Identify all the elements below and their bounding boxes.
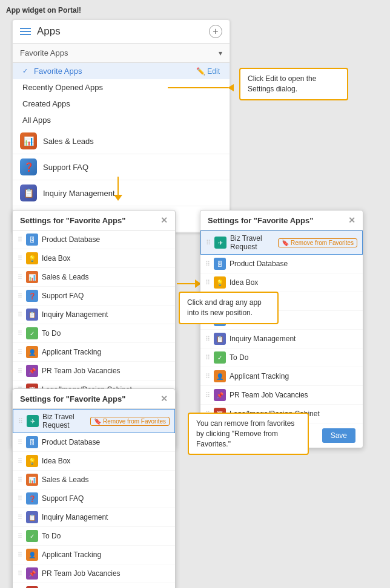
settings-row-db[interactable]: ⠿ 🗄 Product Database: [200, 255, 363, 273]
todo-icon: ✓: [26, 530, 38, 542]
biz-icon: ✈: [214, 237, 226, 249]
row-label: Support FAQ: [42, 292, 84, 300]
settings-row-db[interactable]: ⠿ 🗄 Product Database: [13, 433, 175, 452]
settings-row-idea[interactable]: ⠿ 💡 Idea Box: [13, 452, 175, 471]
drag-handle-icon: ⠿: [18, 330, 22, 338]
drag-handle-icon: ⠿: [205, 279, 210, 287]
drag-handle-icon: ⠿: [18, 570, 22, 578]
applicant-icon: 👤: [26, 346, 38, 358]
settings-dialog-3: Settings for "Favorite Apps" ✕ ⠿ ✈ Biz T…: [12, 388, 176, 588]
settings-row-pr[interactable]: ⠿ 📌 PR Team Job Vacancies: [13, 564, 175, 583]
sales-icon: 📊: [26, 474, 38, 486]
settings-row-db[interactable]: ⠿ 🗄 Product Database: [13, 230, 175, 249]
row-label: To Do: [230, 353, 248, 362]
menu-item-label: Recently Opened Apps: [22, 83, 103, 92]
row-label: To Do: [42, 532, 61, 540]
settings-row-idea[interactable]: ⠿ 💡 Idea Box: [13, 249, 175, 268]
menu-all-apps[interactable]: All Apps: [13, 112, 230, 128]
todo-icon: ✓: [214, 351, 226, 364]
remove-favorites-button[interactable]: 🔖 Remove from Favorites: [90, 417, 170, 426]
drag-handle-icon: ⠿: [18, 495, 22, 503]
settings-row-biz[interactable]: ⠿ ✈ Biz Travel Request 🔖 Remove from Fav…: [13, 409, 175, 433]
row-label: Inquiry Management: [42, 513, 108, 521]
settings-row-applicant[interactable]: ⠿ 👤 Applicant Tracking: [200, 367, 363, 386]
edit-button[interactable]: ✏️ Edit: [196, 67, 220, 76]
app-name: Inquiry Management: [43, 189, 115, 198]
callout-edit: Click Edit to open the Settings dialog.: [239, 68, 348, 100]
close-icon[interactable]: ✕: [160, 215, 168, 225]
row-label: Idea Box: [42, 457, 70, 465]
settings-row-inquiry[interactable]: ⠿ 📋 Inquiry Management: [13, 305, 175, 324]
row-label: Biz Travel Request: [230, 234, 274, 251]
settings-title: Settings for "Favorite Apps": [208, 216, 313, 225]
drag-handle-icon: ⠿: [205, 354, 210, 362]
remove-favorites-button[interactable]: 🔖 Remove from Favorites: [278, 238, 357, 247]
settings-title: Settings for "Favorite Apps": [20, 394, 125, 403]
settings-row-sales[interactable]: ⠿ 📊 Sales & Leads: [13, 268, 175, 287]
sales-icon: 📊: [26, 271, 38, 283]
dropdown-label: Favorite Apps: [20, 48, 68, 57]
drag-handle-icon: ⠿: [205, 335, 210, 343]
app-row-sales[interactable]: 📊 Sales & Leads: [13, 128, 230, 154]
settings-row-todo[interactable]: ⠿ ✓ To Do: [13, 527, 175, 546]
drag-handle-icon: ⠿: [18, 292, 22, 300]
settings-row-pr[interactable]: ⠿ 📌 PR Team Job Vacancies: [13, 362, 175, 381]
row-label: Sales & Leads: [42, 273, 88, 281]
drag-handle-icon: ⠿: [18, 551, 22, 559]
row-label: Product Database: [42, 235, 100, 244]
row-label: PR Team Job Vacancies: [42, 367, 121, 375]
inquiry-icon: 📋: [26, 309, 38, 321]
inquiry-icon: 📋: [20, 185, 37, 201]
drag-handle-icon: ⠿: [205, 373, 210, 381]
menu-item-label: Favorite Apps: [34, 67, 82, 76]
inquiry-icon: 📋: [26, 511, 38, 523]
settings-row-biz-top[interactable]: ⠿ ✈ Biz Travel Request 🔖 Remove from Fav…: [200, 230, 363, 255]
settings-row-todo[interactable]: ⠿ ✓ To Do: [13, 324, 175, 343]
settings-row-applicant[interactable]: ⠿ 👤 Applicant Tracking: [13, 546, 175, 564]
inquiry-icon: 📋: [214, 333, 226, 345]
app-name: Sales & Leads: [43, 137, 94, 146]
apps-widget: Apps + Favorite Apps ▾ Favorite Apps ✏️ …: [12, 19, 230, 233]
settings-row-applicant[interactable]: ⠿ 👤 Applicant Tracking: [13, 343, 175, 362]
row-label: Biz Travel Request: [42, 413, 87, 430]
menu-favorite-apps[interactable]: Favorite Apps ✏️ Edit: [13, 63, 230, 79]
menu-item-label: All Apps: [22, 116, 51, 125]
hamburger-icon[interactable]: [20, 28, 31, 35]
db-icon: 🗄: [214, 258, 226, 270]
pencil-icon: ✏️: [196, 67, 205, 76]
chevron-down-icon: ▾: [219, 49, 222, 57]
drag-handle-icon: ⠿: [18, 348, 22, 356]
settings-row-todo[interactable]: ⠿ ✓ To Do: [200, 348, 363, 367]
row-label: Applicant Tracking: [42, 348, 101, 356]
settings-row-logo[interactable]: ⠿ 🖼 Logo/Image/Design Cabinet: [13, 583, 175, 588]
drag-handle-icon: ⠿: [18, 532, 22, 540]
settings-row-inquiry[interactable]: ⠿ 📋 Inquiry Management: [13, 508, 175, 527]
applicant-icon: 👤: [214, 370, 226, 382]
close-icon[interactable]: ✕: [160, 394, 168, 403]
drag-handle-icon: ⠿: [18, 236, 22, 244]
row-label: Support FAQ: [42, 494, 84, 503]
drag-handle-icon: ⠿: [205, 260, 210, 268]
add-app-button[interactable]: +: [209, 25, 222, 38]
sales-icon: 📊: [20, 132, 37, 149]
settings-row-sales[interactable]: ⠿ 📊 Sales & Leads: [13, 471, 175, 489]
row-label: Inquiry Management: [230, 335, 296, 343]
menu-item-label: Created Apps: [22, 99, 70, 108]
drag-handle-icon: ⠿: [18, 514, 22, 521]
drag-handle-icon: ⠿: [18, 439, 22, 446]
row-label: Idea Box: [230, 278, 258, 287]
menu-created-apps[interactable]: Created Apps: [13, 96, 230, 112]
drag-handle-icon: ⠿: [18, 311, 22, 319]
support-icon: ❓: [26, 290, 38, 302]
db-icon: 🗄: [26, 436, 38, 448]
settings-row-idea[interactable]: ⠿ 💡 Idea Box: [200, 273, 363, 292]
settings-row-support[interactable]: ⠿ ❓ Support FAQ: [13, 489, 175, 508]
idea-icon: 💡: [26, 252, 38, 264]
settings-row-inquiry[interactable]: ⠿ 📋 Inquiry Management: [200, 330, 363, 348]
apps-widget-title: Apps: [37, 25, 61, 38]
settings-row-support[interactable]: ⠿ ❓ Support FAQ: [13, 287, 175, 305]
close-icon[interactable]: ✕: [348, 215, 355, 225]
idea-icon: 💡: [214, 276, 226, 289]
row-label: Product Database: [42, 438, 100, 446]
row-label: Inquiry Management: [42, 310, 108, 319]
